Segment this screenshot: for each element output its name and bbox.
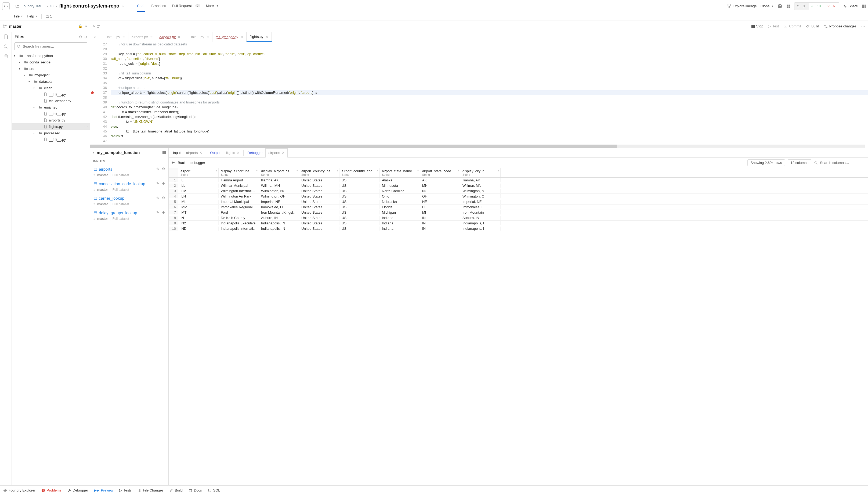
code-line[interactable]: tz = tf.certain_timezone_at(lat=latitude…: [111, 129, 868, 134]
table-row[interactable]: 2ILLWillmar MunicipalWillmar, MNUnited S…: [169, 183, 868, 188]
code-line[interactable]: else:: [111, 124, 868, 129]
close-icon[interactable]: ✕: [199, 151, 202, 155]
filter-icon[interactable]: ▾: [256, 169, 258, 172]
reload-pill[interactable]: 0: [794, 3, 809, 10]
more-icon[interactable]: ⋯: [84, 125, 88, 129]
tree-file[interactable]: __init__.py: [12, 110, 90, 117]
table-row[interactable]: 4ILNWilmington Air ParkWilmington, OHUni…: [169, 194, 868, 199]
tree-file[interactable]: flights.py⋯: [12, 123, 90, 130]
stop-button[interactable]: Stop: [751, 24, 763, 28]
breakpoint[interactable]: [91, 91, 94, 94]
debugger-tab[interactable]: airports✕: [265, 148, 287, 158]
close-icon[interactable]: ✕: [150, 35, 153, 39]
editor-tab[interactable]: __init__.py✕: [100, 32, 128, 42]
foundry-explorer-button[interactable]: Foundry Explorer: [3, 488, 35, 492]
table-row[interactable]: 3ILMWilmington InternationalWilmington, …: [169, 188, 868, 194]
table-row[interactable]: 10INDIndianapolis InternationalIndianapo…: [169, 226, 868, 232]
code-line[interactable]: [111, 95, 868, 100]
input-card[interactable]: airports masterFull dataset ✎⚙: [90, 165, 169, 180]
editor-tab[interactable]: airports.py✕: [128, 32, 156, 42]
column-header[interactable]: airport_state_codeString▾: [420, 168, 460, 177]
clone-button[interactable]: Clone▼: [761, 4, 774, 8]
breadcrumb-mid[interactable]: •••: [50, 4, 54, 8]
tree-folder[interactable]: ▾datasets: [12, 78, 90, 85]
tree-file[interactable]: fcs_cleaner.py: [12, 98, 90, 104]
share-button[interactable]: Share: [843, 4, 858, 8]
column-header[interactable]: airport_state_nameString▾: [380, 168, 420, 177]
filter-icon[interactable]: ▾: [498, 169, 499, 172]
column-search[interactable]: [814, 161, 865, 165]
filter-icon[interactable]: ▾: [216, 169, 217, 172]
tree-file[interactable]: __init__.py: [12, 136, 90, 143]
filter-icon[interactable]: ▾: [417, 169, 419, 172]
tree-folder[interactable]: ▾myproject: [12, 72, 90, 78]
filter-icon[interactable]: ▾: [337, 169, 338, 172]
code-line[interactable]: key_cols = ['op_carrier_fl_num', 'date',…: [111, 52, 868, 56]
output-tab[interactable]: flights✕: [223, 148, 242, 157]
fail-pill[interactable]: ✕ 6: [825, 3, 839, 10]
breadcrumb-repo[interactable]: flight-control-system-repo: [59, 3, 119, 9]
input-card[interactable]: carrier_lookup masterFull dataset ✎⚙: [90, 194, 169, 209]
edit-icon[interactable]: ✎: [92, 24, 95, 29]
code-line[interactable]: [111, 139, 868, 143]
build-status-pills[interactable]: 0 ✓ 10 ✕ 6: [794, 2, 839, 10]
tree-folder[interactable]: ▾transforms-python: [12, 52, 90, 59]
back-icon[interactable]: ‹: [93, 151, 94, 155]
tab-more[interactable]: More▼: [206, 0, 219, 12]
sql-button[interactable]: SQL: [208, 488, 220, 492]
propose-changes-button[interactable]: Propose changes: [824, 24, 856, 28]
tree-folder[interactable]: ▾clean: [12, 85, 90, 91]
docs-button[interactable]: Docs: [189, 488, 202, 492]
code-line[interactable]: [111, 81, 868, 85]
file-changes-button[interactable]: File Changes: [138, 488, 163, 492]
more-menu-icon[interactable]: ⋯: [861, 24, 865, 28]
table-row[interactable]: 1ILIIliamna AirportIliamna, AKUnited Sta…: [169, 177, 868, 183]
close-icon[interactable]: ✕: [206, 35, 209, 39]
packages-rail-icon[interactable]: [3, 54, 8, 58]
edit-icon[interactable]: ✎: [156, 210, 159, 215]
column-header[interactable]: airport_country_na…String▾: [299, 168, 339, 177]
column-header[interactable]: display_airport_cit…String▾: [259, 168, 299, 177]
code-line[interactable]: df = flights.fillna('n/a', subset=['tail…: [111, 76, 868, 81]
help-menu[interactable]: Help▼: [27, 14, 38, 18]
code-line[interactable]: def coords_to_timezone(latitude, longitu…: [111, 105, 868, 110]
code-line[interactable]: if not tf.certain_timezone_at(lat=latitu…: [111, 115, 868, 119]
tree-folder[interactable]: ▾src: [12, 65, 90, 72]
table-row[interactable]: 5IMLImperial MunicipalImperial, NEUnited…: [169, 199, 868, 205]
close-icon[interactable]: ✕: [236, 151, 240, 155]
editor-tab[interactable]: __init__.py✕: [184, 32, 212, 42]
close-icon[interactable]: ✕: [178, 35, 180, 39]
close-icon[interactable]: ✕: [282, 151, 285, 155]
code-line[interactable]: route_cols = ['origin', 'dest']: [111, 61, 868, 66]
edit-icon[interactable]: ✎: [156, 182, 159, 185]
filter-icon[interactable]: ▾: [458, 169, 459, 172]
code-line[interactable]: unique_airports = flights.select('origin…: [111, 90, 868, 95]
table-row[interactable]: 7IMTFordIron Mountain/Kingsfd, MIUnited …: [169, 210, 868, 215]
file-search-input[interactable]: [15, 42, 87, 50]
tree-file[interactable]: __init__.py: [12, 91, 90, 98]
build-status-button[interactable]: Build: [170, 488, 183, 492]
code-line[interactable]: # for use downstream as dedicated datase…: [111, 42, 868, 47]
tests-button[interactable]: ▷Tests: [119, 488, 131, 492]
commit-button[interactable]: Commit: [784, 24, 801, 28]
gear-icon[interactable]: ⚙: [162, 182, 165, 185]
tree-folder[interactable]: ▸conda_recipe: [12, 59, 90, 65]
close-icon[interactable]: ✕: [266, 35, 268, 39]
input-card[interactable]: delay_groups_lookup masterFull dataset ✎…: [90, 209, 169, 223]
editor-tab-active[interactable]: flights.py✕: [247, 32, 272, 42]
code-line[interactable]: return tz: [111, 134, 868, 139]
tab-branches[interactable]: Branches: [151, 0, 166, 12]
keyboard-icon[interactable]: [786, 4, 791, 8]
build-button[interactable]: Build: [806, 24, 819, 28]
breadcrumb-root[interactable]: Foundry Trai…: [21, 4, 45, 8]
panel-toggle-icon[interactable]: [862, 4, 866, 8]
code-line[interactable]: 'tail_num', 'cancelled', 'diverted']: [111, 56, 868, 61]
table-row[interactable]: 6IMMImmokalee RegionalImmokalee, FLUnite…: [169, 205, 868, 210]
editor-tab[interactable]: fcs_cleaner.py✕: [212, 32, 246, 42]
code-line[interactable]: tz = 'UNKNOWN': [111, 119, 868, 124]
code-line[interactable]: tf = timezonefinder.TimezoneFinder(): [111, 110, 868, 115]
files-rail-icon[interactable]: [3, 34, 8, 39]
code-line[interactable]: # function to return distinct coordinate…: [111, 100, 868, 105]
branch-dropdown[interactable]: ▼: [85, 25, 88, 28]
input-card[interactable]: cancellation_code_lookup masterFull data…: [90, 180, 169, 194]
